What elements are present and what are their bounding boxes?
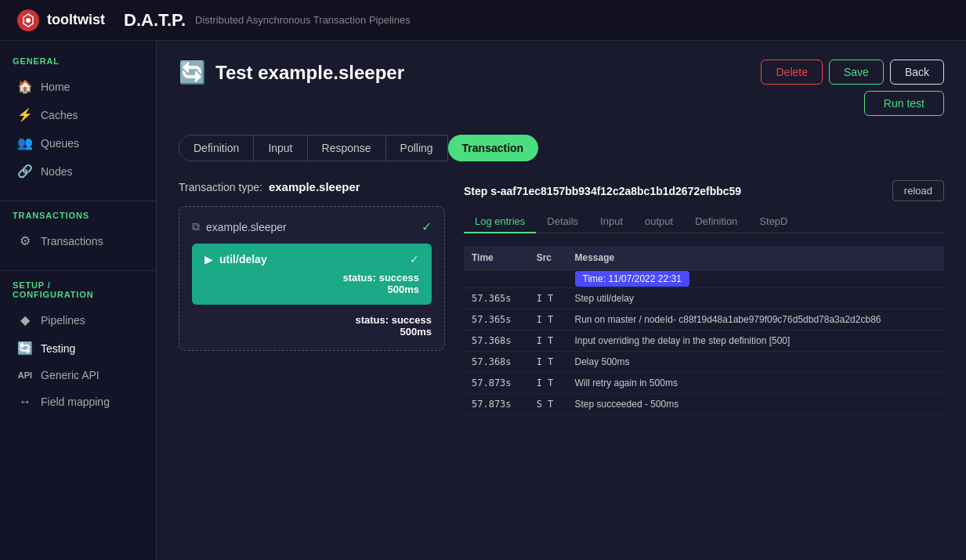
logo-icon: [16, 8, 41, 33]
table-row: 57.368s I T Input overriding the delay i…: [464, 331, 944, 352]
step-box[interactable]: ▶ util/delay ✓ status: success 500ms: [192, 244, 432, 305]
log-time: 57.365s: [464, 288, 529, 309]
log-src: S T: [529, 394, 567, 415]
queues-icon: 👥: [17, 135, 33, 150]
sidebar: GENERAL 🏠 Home ⚡ Caches 👥 Queues 🔗 Nodes…: [0, 41, 157, 560]
sub-tab-details[interactable]: Details: [536, 211, 589, 233]
outer-status-label: status:: [355, 314, 391, 326]
left-column: Transaction type: example.sleeper ⧉ exam…: [179, 180, 445, 415]
api-icon: API: [17, 370, 33, 380]
transactions-section-label: TRANSACTIONS: [0, 211, 156, 226]
content-area: 🔄 Test example.sleeper Delete Save Back …: [157, 41, 966, 560]
pipeline-box: ⧉ example.sleeper ✓ ▶ util/delay ✓ statu…: [179, 206, 445, 351]
transactions-icon: ⚙: [17, 233, 33, 248]
col-src: Src: [529, 246, 567, 270]
logo-text: tooltwist: [47, 12, 105, 28]
header-buttons: Delete Save Back Run test: [761, 60, 944, 116]
time-badge: Time: 11/07/2022 22:31: [575, 271, 689, 287]
sidebar-item-label: Home: [41, 81, 70, 93]
page-title: Test example.sleeper: [215, 62, 404, 84]
time-badge-row: Time: 11/07/2022 22:31: [464, 270, 944, 288]
sidebar-item-transactions[interactable]: ⚙ Transactions: [5, 227, 151, 255]
step-status-value: success: [379, 272, 419, 284]
header-buttons-row-1: Delete Save Back: [761, 60, 944, 85]
log-message: Run on master / nodeId- c88f19d48a1abe97…: [567, 309, 945, 331]
sub-tab-log-entries[interactable]: Log entries: [464, 211, 536, 233]
copy-icon: ⧉: [192, 220, 200, 233]
sidebar-item-nodes[interactable]: 🔗 Nodes: [5, 157, 151, 185]
log-message: Step succeeded - 500ms: [567, 394, 945, 415]
sub-tab-definition[interactable]: Definition: [684, 211, 748, 233]
table-row: 57.873s S T Step succeeded - 500ms: [464, 394, 944, 415]
field-mapping-icon: ↔: [17, 395, 33, 409]
table-row: 57.368s I T Delay 500ms: [464, 352, 944, 373]
pipelines-icon: ◆: [17, 313, 33, 327]
log-src: I T: [529, 309, 567, 331]
sidebar-item-label: Field mapping: [41, 396, 110, 408]
log-time: 57.873s: [464, 394, 529, 415]
table-row: 57.365s I T Run on master / nodeId- c88f…: [464, 309, 944, 331]
transaction-type-value: example.sleeper: [269, 180, 360, 193]
pipeline-name: example.sleeper: [206, 221, 287, 233]
log-table: Time Src Message Time: 11/07/2022 22:31 …: [464, 246, 944, 415]
sidebar-item-field-mapping[interactable]: ↔ Field mapping: [5, 388, 151, 415]
delete-button[interactable]: Delete: [761, 60, 822, 85]
step-header: ▶ util/delay ✓: [204, 253, 419, 266]
run-test-button[interactable]: Run test: [864, 91, 944, 116]
sub-tab-input[interactable]: Input: [589, 211, 634, 233]
step-icon: ▶: [204, 253, 213, 266]
nodes-icon: 🔗: [17, 164, 33, 179]
sidebar-item-pipelines[interactable]: ◆ Pipelines: [5, 306, 151, 334]
log-message: Input overriding the delay in the step d…: [567, 331, 945, 352]
tab-response[interactable]: Response: [308, 135, 386, 161]
logo: tooltwist: [16, 8, 105, 33]
log-message: Step util/delay: [567, 288, 945, 309]
pipeline-checkmark: ✓: [421, 219, 432, 234]
sidebar-divider-1: [0, 201, 156, 201]
tab-input[interactable]: Input: [254, 135, 307, 161]
sidebar-item-caches[interactable]: ⚡ Caches: [5, 101, 151, 128]
sub-tab-stepd[interactable]: StepD: [748, 211, 798, 233]
general-section-label: GENERAL: [0, 56, 156, 72]
log-message: Will retry again in 500ms: [567, 373, 945, 394]
sidebar-divider-2: [0, 270, 156, 271]
back-button[interactable]: Back: [890, 60, 944, 85]
step-checkmark: ✓: [410, 253, 419, 266]
page-title-row: 🔄 Test example.sleeper: [179, 60, 404, 85]
table-row: 57.365s I T Step util/delay: [464, 288, 944, 309]
step-name: util/delay: [219, 253, 267, 266]
sub-tab-output[interactable]: output: [634, 211, 684, 233]
sidebar-item-label: Caches: [41, 109, 78, 121]
sidebar-item-testing[interactable]: 🔄 Testing: [5, 334, 151, 362]
transaction-type-label: Transaction type:: [179, 181, 262, 193]
topbar: tooltwist D.A.T.P. Distributed Asynchron…: [0, 0, 966, 41]
svg-point-1: [26, 18, 31, 23]
tab-definition[interactable]: Definition: [179, 135, 254, 161]
sidebar-item-queues[interactable]: 👥 Queues: [5, 129, 151, 157]
log-src: I T: [529, 352, 567, 373]
sub-tabs: Log entries Details Input output Definit…: [464, 211, 944, 233]
tab-polling[interactable]: Polling: [386, 135, 448, 161]
step-id-row: Step s-aaf71ec8157bb934f12c2a8bc1b1d2672…: [464, 180, 944, 201]
step-status: status: success 500ms: [204, 272, 419, 295]
log-src: I T: [529, 373, 567, 394]
page-header: 🔄 Test example.sleeper Delete Save Back …: [179, 60, 944, 116]
step-id: Step s-aaf71ec8157bb934f12c2a8bc1b1d2672…: [464, 185, 741, 197]
save-button[interactable]: Save: [829, 60, 884, 85]
reload-button[interactable]: reload: [892, 180, 944, 201]
log-src: I T: [529, 288, 567, 309]
table-row: 57.873s I T Will retry again in 500ms: [464, 373, 944, 394]
sidebar-item-label: Testing: [41, 342, 75, 355]
log-time: 57.365s: [464, 309, 529, 331]
sidebar-item-generic-api[interactable]: API Generic API: [5, 363, 151, 388]
sidebar-item-label: Pipelines: [41, 314, 85, 327]
outer-status: status: success 500ms: [192, 314, 432, 338]
log-time: 57.368s: [464, 352, 529, 373]
log-time: 57.873s: [464, 373, 529, 394]
log-src: I T: [529, 331, 567, 352]
log-message: Delay 500ms: [567, 352, 945, 373]
sidebar-item-home[interactable]: 🏠 Home: [5, 73, 151, 100]
home-icon: 🏠: [17, 79, 33, 94]
log-time: 57.368s: [464, 331, 529, 352]
tab-transaction[interactable]: Transaction: [448, 135, 539, 161]
